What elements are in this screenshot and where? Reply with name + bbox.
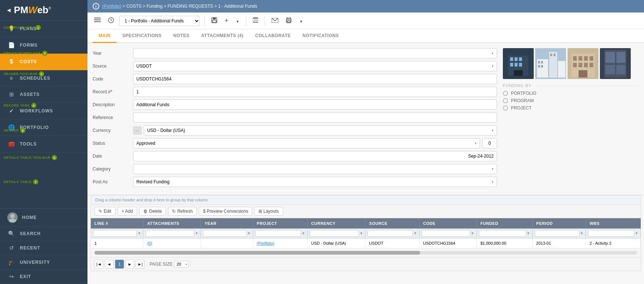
filter-icon-period[interactable]: ▼	[580, 231, 583, 235]
workflows-icon: ✔	[7, 108, 15, 114]
tab-attachments[interactable]: ATTACHMENTS (4)	[195, 29, 249, 43]
prev-page-button[interactable]: ◄	[105, 260, 114, 269]
filter-funded[interactable]	[479, 230, 526, 237]
building-image-3	[568, 48, 598, 79]
project-link[interactable]: (Portfolio)	[257, 241, 275, 245]
info-icon[interactable]: i	[93, 3, 99, 10]
filter-icon-code[interactable]: ▼	[471, 231, 474, 235]
sidebar-item-search[interactable]: 🔍 SEARCH	[0, 227, 87, 241]
attachment-link[interactable]: (0)	[147, 241, 152, 245]
status-select[interactable]: Approved	[133, 138, 480, 148]
sidebar-item-exit[interactable]: ↪ EXIT	[0, 270, 87, 284]
filter-icon-line[interactable]: ▼	[137, 231, 141, 235]
add-row-button[interactable]: + Add	[118, 207, 137, 216]
filter-icon-currency[interactable]: ▼	[359, 231, 363, 235]
email-button[interactable]	[269, 16, 280, 26]
print-dropdown-button[interactable]: ▼	[297, 16, 305, 26]
tab-notes[interactable]: NOTES	[167, 29, 195, 43]
sidebar-item-university[interactable]: 🎓 UNIVERSITY	[0, 255, 87, 270]
category-select[interactable]	[133, 164, 497, 174]
filter-code[interactable]	[422, 230, 470, 237]
svg-rect-25	[515, 63, 518, 66]
sidebar-item-assets[interactable]: ⊞ ASSETS	[0, 86, 87, 103]
layouts-button[interactable]: ⊞ Layouts	[254, 207, 283, 216]
filter-line[interactable]	[93, 230, 137, 237]
refresh-button[interactable]: ↻ Refresh	[168, 207, 197, 216]
sidebar-item-workflows[interactable]: ✔ WORKFLOWS	[0, 103, 87, 119]
last-page-button[interactable]: ►|	[136, 260, 144, 269]
app-logo: PMWeb®	[14, 4, 51, 16]
status-row: Status Approved	[93, 138, 497, 148]
sidebar-item-home[interactable]: HOME	[0, 209, 87, 227]
sidebar-item-tools[interactable]: 🧰 TOOLS	[0, 136, 87, 152]
filter-source[interactable]	[368, 230, 413, 237]
year-select[interactable]	[133, 48, 497, 58]
next-page-button[interactable]: ►	[125, 260, 134, 269]
current-page-button[interactable]: 1	[115, 260, 124, 269]
add-button[interactable]: +	[222, 15, 231, 26]
filter-icon-source[interactable]: ▼	[414, 231, 417, 235]
filter-icon-attach[interactable]: ▼	[195, 231, 198, 235]
save-button[interactable]	[209, 16, 219, 26]
filter-wbs[interactable]	[588, 230, 634, 237]
filter-currency[interactable]	[310, 230, 359, 237]
record-input[interactable]	[133, 87, 497, 97]
filter-icon-project[interactable]: ▼	[302, 231, 305, 235]
preview-button[interactable]: $ Preview Conversions	[199, 207, 252, 216]
col-currency: CURRENCY	[307, 218, 365, 229]
source-select[interactable]: USDOT	[133, 61, 497, 71]
tabs-bar: MAIN SPECIFICATIONS NOTES ATTACHMENTS (4…	[87, 29, 644, 43]
record-selector[interactable]: 1 - Portfolio - Additional Funds	[119, 16, 200, 26]
data-table: LINE # ATTACHMENTS YEAR PROJECT CURRENCY…	[91, 218, 641, 248]
sidebar-item-recent[interactable]: ↺ RECENT	[0, 241, 87, 255]
history-button[interactable]	[106, 16, 116, 26]
date-row: Date	[93, 151, 497, 161]
breadcrumb-portfolio-link[interactable]: (Portfolio)	[102, 4, 121, 9]
tab-collaborate[interactable]: COLLABORATE	[249, 29, 297, 43]
cell-code: USDOTCHG1564	[419, 238, 476, 248]
sidebar-item-forms[interactable]: 📄 FORMS	[0, 37, 87, 54]
add-dropdown-button[interactable]: ▼	[234, 16, 242, 26]
project-radio[interactable]	[503, 105, 508, 111]
first-page-button[interactable]: |◄	[94, 260, 103, 269]
filter-attachments[interactable]	[146, 230, 194, 237]
post-as-select[interactable]: Revised Funding	[133, 177, 497, 187]
delete-button[interactable]	[251, 16, 260, 26]
edit-button[interactable]: ✎ Edit	[94, 207, 115, 216]
reference-input[interactable]	[133, 112, 497, 123]
page-size-select[interactable]: 20	[174, 261, 189, 267]
program-radio[interactable]	[503, 98, 508, 103]
currency-select[interactable]: USD - Dollar (USA)	[144, 125, 497, 136]
horizontal-scrollbar[interactable]	[94, 251, 637, 255]
toolbar-separator-2	[246, 16, 246, 26]
print-button[interactable]	[283, 16, 294, 26]
sidebar-item-costs[interactable]: $ COSTS	[0, 54, 87, 70]
funding-section: FUNDING BY PORTFOLIO PROGRAM PROJECT	[503, 83, 639, 111]
portfolio-radio[interactable]	[503, 91, 508, 96]
filter-period[interactable]	[535, 230, 579, 237]
images-panel	[503, 48, 639, 79]
sidebar-item-plans[interactable]: 💡 PLANS	[0, 21, 87, 37]
forms-icon: 📄	[7, 42, 15, 48]
filter-project[interactable]	[255, 230, 301, 237]
status-number[interactable]	[482, 138, 497, 148]
filter-icon-funded[interactable]: ▼	[527, 231, 530, 235]
date-input[interactable]	[133, 151, 497, 161]
tab-specifications[interactable]: SPECIFICATIONS	[117, 29, 168, 43]
list-view-button[interactable]	[92, 16, 103, 26]
tab-main[interactable]: MAIN	[93, 29, 117, 43]
svg-rect-35	[541, 65, 543, 68]
filter-year[interactable]	[203, 230, 246, 237]
building-image-4	[600, 48, 631, 79]
code-input[interactable]	[133, 74, 497, 84]
delete-row-button[interactable]: 🗑 Delete	[139, 207, 166, 216]
description-input[interactable]	[133, 100, 497, 110]
sidebar-item-portfolio[interactable]: 🌐 PORTFOLIO	[0, 119, 87, 136]
cell-attachments: (0)	[143, 238, 201, 248]
back-arrow-icon[interactable]: ◄	[6, 7, 12, 14]
tab-notifications[interactable]: NOTIFICATIONS	[297, 29, 345, 43]
filter-icon-wbs[interactable]: ▼	[635, 231, 638, 235]
currency-dots-button[interactable]: ···	[133, 126, 142, 134]
sidebar-item-schedules[interactable]: ≡ SCHEDULES	[0, 70, 87, 86]
filter-icon-year[interactable]: ▼	[247, 231, 251, 235]
